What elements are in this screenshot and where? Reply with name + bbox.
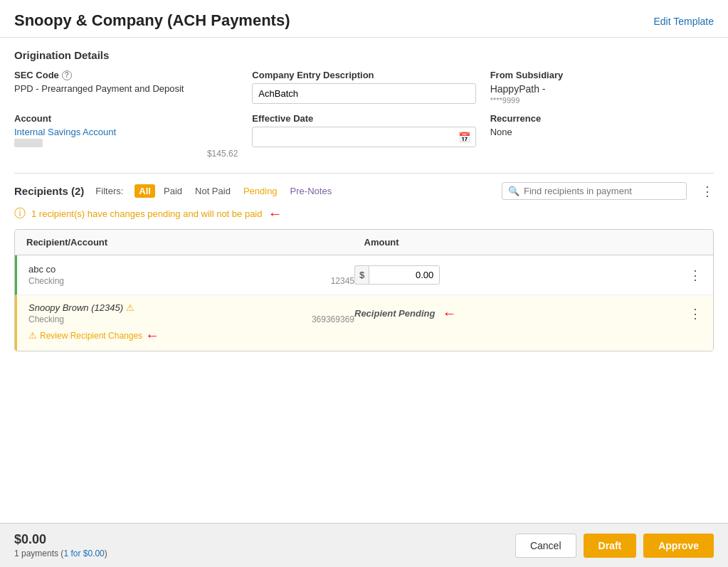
filter-not-paid[interactable]: Not Paid	[191, 184, 235, 198]
company-entry-group: Company Entry Description	[252, 70, 475, 105]
origination-section-title: Origination Details	[14, 49, 714, 61]
recipient-name-2: Snoopy Brown (12345) ⚠	[28, 302, 354, 313]
col-amount: Amount	[364, 237, 702, 248]
payments-link[interactable]: 1 for $0.00	[63, 549, 104, 558]
warning-arrow: ←	[268, 206, 283, 222]
effective-date-label: Effective Date	[252, 113, 475, 124]
section-divider	[14, 173, 714, 174]
account-balance: $145.62	[14, 149, 238, 159]
recipient-info-2: Snoopy Brown (12345) ⚠ Checking 36936936…	[28, 302, 354, 324]
filter-paid[interactable]: Paid	[159, 184, 186, 198]
from-subsidiary-group: From Subsidiary HappyPath - ****9999	[490, 70, 714, 105]
recipient-sub-1: Checking 12345	[28, 276, 354, 286]
footer-total: $0.00 1 payments (1 for $0.00)	[14, 532, 107, 558]
pending-arrow: ←	[442, 305, 456, 322]
account-label: Account	[14, 113, 238, 124]
review-warn-icon: ⚠	[28, 330, 37, 341]
warning-text: 1 recipient(s) have changes pending and …	[31, 208, 263, 219]
edit-template-link[interactable]: Edit Template	[653, 16, 714, 27]
recipients-header: Recipients (2) Filters: All Paid Not Pai…	[14, 182, 714, 200]
main-content: Origination Details SEC Code ? PPD - Pre…	[0, 38, 728, 523]
review-recipient-changes-link[interactable]: Review Recipient Changes	[40, 331, 142, 341]
filter-pending[interactable]: Pending	[239, 184, 282, 198]
account-group: Account Internal Savings Account $145.62	[14, 113, 238, 159]
sec-code-value: PPD - Prearranged Payment and Deposit	[14, 83, 238, 94]
recipient-pending-cell: Recipient Pending ←	[354, 305, 680, 322]
sec-code-info-icon[interactable]: ?	[62, 70, 72, 80]
recipient-sub-2: Checking 369369369	[28, 314, 354, 324]
dollar-sign-1: $	[354, 265, 369, 285]
review-arrow: ←	[145, 327, 159, 344]
col-recipient: Recipient/Account	[26, 237, 364, 248]
recurrence-value: None	[490, 127, 714, 137]
cancel-button[interactable]: Cancel	[515, 534, 576, 558]
row-actions-1[interactable]: ⋮	[680, 267, 702, 283]
from-subsidiary-value: HappyPath - ****9999	[490, 83, 714, 105]
table-row: Snoopy Brown (12345) ⚠ Checking 36936936…	[15, 295, 713, 351]
filters-label: Filters:	[95, 186, 123, 196]
filter-all[interactable]: All	[134, 184, 155, 198]
warning-circle-icon: ⓘ	[14, 206, 26, 221]
footer-sub: 1 payments (1 for $0.00)	[14, 549, 107, 558]
warning-banner: ⓘ 1 recipient(s) have changes pending an…	[14, 206, 714, 222]
recipient-pending-text: Recipient Pending	[354, 308, 435, 319]
recipient-search-wrap: 🔍	[502, 182, 687, 200]
company-entry-input[interactable]	[252, 83, 475, 104]
recipients-title: Recipients (2)	[14, 185, 84, 197]
effective-date-input[interactable]	[252, 127, 475, 147]
recipients-more-icon[interactable]: ⋮	[701, 184, 714, 199]
sec-code-label: SEC Code ?	[14, 70, 238, 80]
footer: $0.00 1 payments (1 for $0.00) Cancel Dr…	[0, 523, 728, 567]
from-subsidiary-label: From Subsidiary	[490, 70, 714, 80]
effective-date-group: Effective Date 📅	[252, 113, 475, 159]
amount-input-1[interactable]	[369, 265, 440, 285]
review-link-wrap: ⚠ Review Recipient Changes ←	[28, 327, 159, 344]
account-link[interactable]: Internal Savings Account	[14, 127, 238, 137]
filter-tabs: All Paid Not Paid Pending Pre-Notes	[134, 184, 336, 198]
recipient-search-input[interactable]	[524, 186, 680, 196]
footer-amount: $0.00	[14, 532, 107, 547]
origination-grid: SEC Code ? PPD - Prearranged Payment and…	[14, 70, 714, 159]
recurrence-group: Recurrence None	[490, 113, 714, 159]
footer-buttons: Cancel Draft Approve	[515, 534, 714, 558]
recurrence-label: Recurrence	[490, 113, 714, 124]
row-actions-2[interactable]: ⋮	[680, 306, 702, 322]
recipients-table: Recipient/Account Amount abc co Checking…	[14, 229, 714, 351]
draft-button[interactable]: Draft	[584, 534, 637, 558]
table-header: Recipient/Account Amount	[15, 230, 713, 255]
effective-date-wrap: 📅	[252, 127, 475, 147]
recipient-name-1: abc co	[28, 264, 354, 275]
company-entry-label: Company Entry Description	[252, 70, 475, 80]
search-icon: 🔍	[508, 186, 519, 196]
page-title: Snoopy & Company (ACH Payments)	[14, 11, 290, 30]
pending-warning-icon: ⚠	[126, 302, 134, 313]
account-value: Internal Savings Account $145.62	[14, 127, 238, 159]
amount-cell-1: $	[354, 265, 680, 285]
sec-code-group: SEC Code ? PPD - Prearranged Payment and…	[14, 70, 238, 105]
top-bar: Snoopy & Company (ACH Payments) Edit Tem…	[0, 0, 728, 38]
recipient-info-1: abc co Checking 12345	[28, 264, 354, 286]
table-row: abc co Checking 12345 $ ⋮	[15, 255, 713, 295]
filter-pre-notes[interactable]: Pre-Notes	[286, 184, 337, 198]
approve-button[interactable]: Approve	[643, 534, 714, 558]
